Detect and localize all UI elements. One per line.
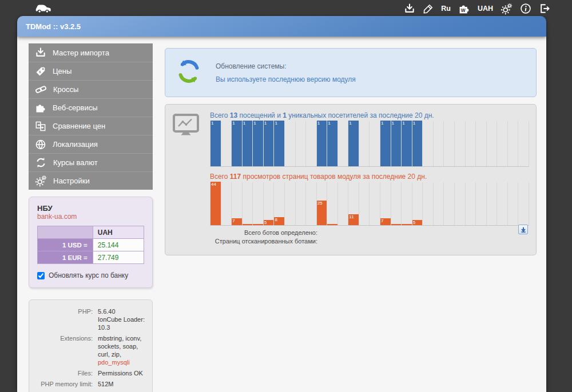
chart-column: 1 [243,121,253,166]
chart-column [487,182,498,225]
bar-value-label: 1 [264,121,267,126]
sidebar-item-globe[interactable]: Локализация [29,135,153,153]
bar [253,224,263,225]
chart-column [455,121,466,166]
sidebar-item-download[interactable]: Мастер импорта [29,43,153,62]
currency-toggle[interactable]: UAH [478,5,493,13]
chart-column: 1 [210,121,221,166]
mini-down-arrow-icon [521,227,526,233]
chart-column: 8 [274,182,285,225]
php-info-value: mbstring, iconv,sockets, soap, curl, zip… [98,334,148,366]
bar [243,224,253,225]
info-icon[interactable] [520,3,531,14]
bar: 5 [412,220,423,225]
refresh-status-icon [176,58,202,87]
chart-column [285,182,296,225]
chart-column [466,182,476,225]
chart-column [370,182,380,225]
chart-column [327,182,338,225]
sidebar-item-link[interactable]: Кроссы [29,80,153,98]
chart-column: 1 [348,121,359,166]
plugin-w-icon[interactable]: W [458,3,470,15]
php-info-value: 512M [98,380,114,388]
chart-column [391,182,402,225]
pencil-icon[interactable] [423,3,434,14]
sidebar-item-label: Мастер импорта [53,49,109,57]
currency-label: 1 USD = [38,239,93,251]
chart-column [306,121,317,166]
currency-table-corner [38,226,93,239]
chart-column: 7 [232,182,243,225]
php-info-row: PHP memory limit:512M [34,380,148,388]
charts-container: Всего 13 посещений и 1 уникальных посети… [210,111,529,246]
chart-column: 1 [402,121,412,166]
chart-column: 1 [232,121,243,166]
gear-icon[interactable] [500,3,513,15]
currency-rate-value: 27.749 [93,251,144,264]
sidebar-item-label: Курсы валют [53,158,98,167]
bar: 1 [380,121,391,166]
chart-title: Всего 117 просмотров страниц товаров мод… [210,173,529,181]
sidebar-item-label: Веб-сервисы [53,103,98,112]
update-rate-checkbox[interactable] [37,272,45,279]
php-info-row: Files:Permissions OK [34,369,148,377]
language-toggle[interactable]: Ru [441,5,451,13]
logout-icon[interactable] [539,3,550,14]
nbu-title: НБУ [37,204,144,213]
bar: 7 [232,218,242,225]
bots-detected-label: Всего ботов определено: [210,229,317,237]
chart-column: 5 [264,182,275,225]
page-title: TDMod :: v3.2.5 [17,16,546,37]
bar-value-label: 25 [317,201,323,206]
left-column: Мастер импорта$ЦеныКроссыВеб-сервисыСрав… [29,43,153,392]
bar-value-label: 1 [243,121,245,126]
chart-column [423,182,434,225]
chart-column [455,182,466,225]
update-rate-checkbox-label: Обновлять курс по банку [49,271,128,279]
chart-column [243,182,253,225]
nbu-currency-panel: НБУ bank-ua.com UAH 1 USD =25.1441 EUR =… [29,197,153,288]
chart-column [476,182,487,225]
chart-column [370,121,380,166]
sidebar-item-gears[interactable]: Настройки [29,171,153,190]
bots-summary: Всего ботов определено:Страниц отсканиро… [210,229,317,246]
car-icon[interactable] [34,3,52,14]
bar-value-label: 1 [349,121,351,126]
bots-pages-label: Страниц отсканированных ботами: [210,237,317,246]
stats-download-button[interactable] [518,225,528,234]
chart-column [518,182,529,225]
chart-column [444,182,455,225]
bar-value-label: 1 [275,121,277,126]
bank-ua-link[interactable]: bank-ua.com [37,213,144,221]
bar-value-label: 1 [402,121,404,126]
currency-label: 1 EUR = [38,251,93,264]
gears-icon [35,175,47,187]
bar-value-label: 1 [392,121,394,126]
sidebar-item-puzzle[interactable]: Веб-сервисы [29,98,153,117]
statistics-panel: Всего 13 посещений и 1 уникальных посети… [165,104,537,255]
update-message: Вы используете последнюю версию модуля [216,75,356,83]
sidebar-item-refresh[interactable]: Курсы валют [29,153,153,171]
chart-column: 1 [412,121,423,166]
bar [327,224,337,225]
sidebar-item-tag[interactable]: $Цены [29,62,153,80]
bar-value-label: 1 [211,121,213,126]
chart-column: 7 [380,182,391,225]
system-update-box: Обновление системы: Вы используете после… [165,48,537,97]
php-info-label: PHP memory limit: [34,380,93,388]
bar-value-label: 5 [413,220,415,225]
currency-column-header: UAH [93,226,144,239]
chart-column [359,121,370,166]
monitor-chart-icon [172,113,200,246]
chart-column [296,182,307,225]
chart-column [221,121,232,166]
download-icon[interactable] [404,3,415,14]
svg-text:W: W [461,7,466,13]
chart-column [296,121,307,166]
sidebar-item-label: Цены [53,67,72,75]
main-column: Обновление системы: Вы используете после… [165,43,537,392]
chart-column [306,182,317,225]
sidebar-item-compare[interactable]: Сравнение цен [29,117,153,135]
bar-value-label: 1 [413,121,415,126]
puzzle-icon [35,102,46,114]
